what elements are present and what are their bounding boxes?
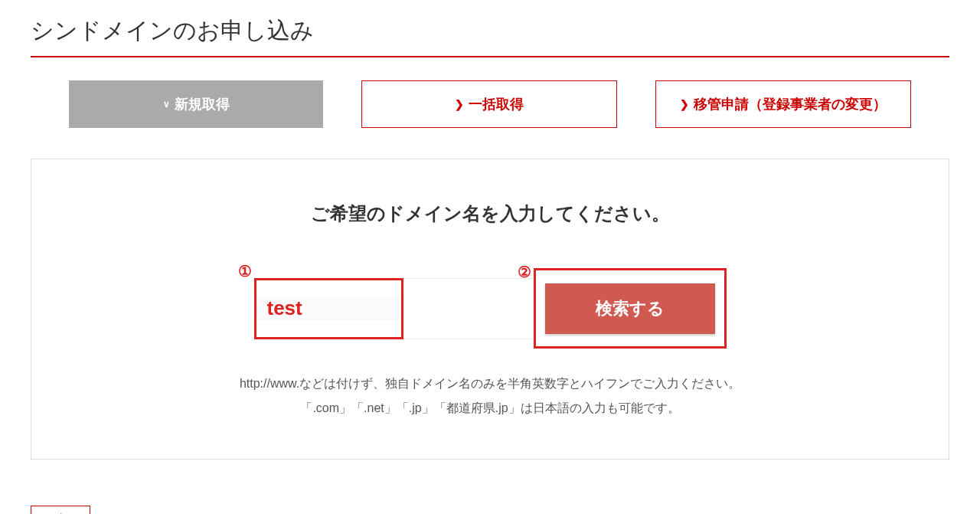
hint-line-2: 「.com」「.net」「.jp」「都道府県.jp」は日本語の入力も可能です。 bbox=[62, 396, 918, 421]
input-highlight: ① bbox=[254, 278, 403, 339]
hint-text: http://www.などは付けず、独自ドメイン名のみを半角英数字とハイフンでご… bbox=[62, 372, 918, 421]
chevron-down-icon: ∨ bbox=[163, 99, 170, 110]
tab-bulk-label: 一括取得 bbox=[469, 95, 524, 113]
spacer bbox=[403, 278, 534, 339]
tab-transfer-label: 移管申請（登録事業者の変更） bbox=[694, 95, 887, 113]
badge-2: ② bbox=[514, 263, 534, 283]
tab-transfer[interactable]: ❯ 移管申請（登録事業者の変更） bbox=[655, 80, 911, 128]
panel-heading: ご希望のドメイン名を入力してください。 bbox=[62, 201, 918, 226]
chevron-right-icon: ❯ bbox=[680, 98, 689, 110]
button-highlight: ② 検索する bbox=[534, 268, 727, 349]
tab-new-label: 新規取得 bbox=[175, 95, 230, 113]
badge-1: ① bbox=[235, 262, 255, 282]
back-button[interactable]: ❮ 戻る bbox=[31, 506, 90, 514]
page-title: シンドメインのお申し込み bbox=[31, 15, 949, 57]
tab-bar: ∨ 新規取得 ❯ 一括取得 ❯ 移管申請（登録事業者の変更） bbox=[31, 80, 949, 128]
tab-bulk[interactable]: ❯ 一括取得 bbox=[361, 80, 617, 128]
chevron-right-icon: ❯ bbox=[455, 98, 464, 110]
tab-new[interactable]: ∨ 新規取得 bbox=[69, 80, 323, 128]
hint-line-1: http://www.などは付けず、独自ドメイン名のみを半角英数字とハイフンでご… bbox=[62, 372, 918, 396]
domain-input[interactable] bbox=[256, 296, 401, 320]
search-panel: ご希望のドメイン名を入力してください。 ① ② 検索する http://www.… bbox=[31, 159, 949, 460]
search-button[interactable]: 検索する bbox=[545, 283, 715, 334]
search-row: ① ② 検索する bbox=[62, 268, 918, 349]
